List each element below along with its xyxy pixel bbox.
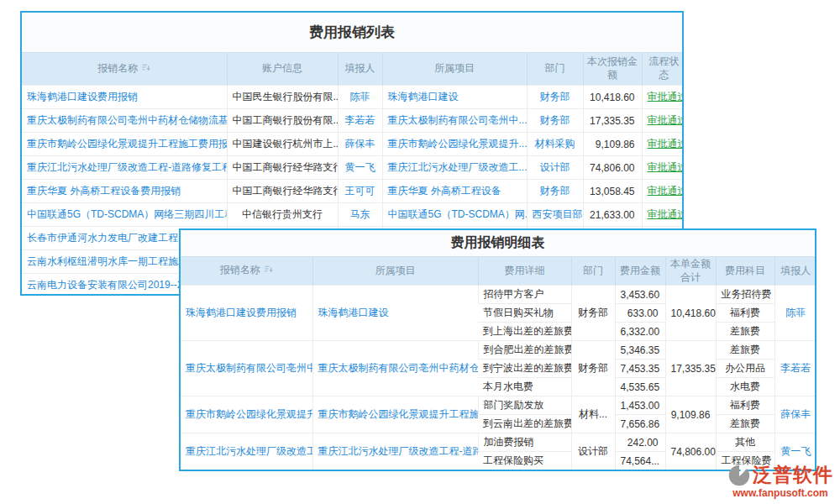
expense-name-cell[interactable]: 中国联通5G（TD-SCDMA）网络三期四川工程费... — [22, 203, 227, 227]
col-header-label: 报销名称 — [97, 62, 138, 74]
expense-detail-cell: 加油费报销 — [478, 433, 571, 452]
col-header-label: 部门 — [583, 265, 603, 276]
filler-cell[interactable]: 陈菲 — [774, 286, 816, 341]
status-cell[interactable]: 审批通过 — [642, 133, 684, 156]
filler-cell[interactable]: 薛保丰 — [338, 133, 382, 156]
col-header-department: 部门 — [571, 257, 615, 286]
department-cell[interactable]: 财务部 — [527, 109, 583, 133]
expense-name-cell[interactable]: 重庆市鹅岭公园绿化景观提升工程施工费用报销 — [22, 133, 227, 156]
project-cell[interactable]: 珠海鹤港口建设 — [312, 286, 478, 341]
account-info-cell: 中信银行贵州支行 — [227, 203, 338, 227]
expense-detail-cell: 本月水电费 — [478, 378, 571, 396]
col-header-project: 所属项目 — [382, 53, 527, 86]
expense-amount-cell: 6,332.00 — [615, 323, 665, 341]
amount-cell: 74,806.00 — [583, 156, 642, 180]
project-cell[interactable]: 重庆江北污水处理厂级改造工... — [382, 156, 527, 180]
col-header-label: 部门 — [545, 62, 565, 74]
status-cell[interactable]: 审批通过 — [642, 203, 684, 227]
amount-cell: 13,058.45 — [583, 180, 642, 203]
project-cell[interactable]: 重庆华夏 外高桥工程设备 — [382, 180, 527, 203]
expense-detail-cell: 部门奖励发放 — [478, 396, 571, 415]
filler-cell[interactable]: 薛保丰 — [774, 396, 816, 433]
table-row: 珠海鹤港口建设费用报销中国民生银行股份有限...陈菲珠海鹤港口建设财务部10,4… — [22, 86, 684, 109]
expense-detail-cell: 节假日购买礼物 — [478, 304, 571, 323]
filler-cell[interactable]: 李若若 — [774, 341, 816, 396]
department-cell[interactable]: 材料采购 — [527, 133, 583, 156]
col-header-expense-detail: 费用详细 — [478, 257, 571, 286]
expense-name-cell[interactable]: 重庆太极制药有限公司亳州中药材仓储物流基地项... — [22, 109, 227, 133]
table-row: 珠海鹤港口建设费用报销珠海鹤港口建设招待甲方客户财务部3,453.6010,41… — [181, 286, 816, 304]
expense-list-title: 费用报销列表 — [22, 13, 682, 52]
department-cell[interactable]: 财务部 — [527, 180, 583, 203]
table-row: 重庆太极制药有限公司亳州中药材仓储物流基地项...中国工商银行股份有限...李若… — [22, 109, 684, 133]
department-cell: 材料... — [571, 396, 615, 433]
sort-icon[interactable] — [264, 265, 273, 278]
expense-detail-cell: 到宁波出差的差旅费 — [478, 360, 571, 378]
sort-icon[interactable] — [141, 63, 150, 76]
expense-amount-cell: 242.00 — [615, 433, 665, 452]
expense-amount-cell: 3,453.60 — [615, 286, 665, 304]
account-info-cell: 中国工商银行经华路支行 — [227, 180, 338, 203]
col-header-label: 费用详细 — [505, 265, 545, 276]
filler-cell[interactable]: 马东 — [338, 203, 382, 227]
page: 费用报销列表 报销名称账户信息填报人所属项目部门本次报销金额流程状态珠海鹤港口建… — [0, 0, 840, 504]
expense-detail-title: 费用报销明细表 — [181, 230, 815, 256]
status-cell[interactable]: 审批通过 — [642, 86, 684, 109]
project-cell[interactable]: 珠海鹤港口建设 — [382, 86, 527, 109]
expense-name-cell[interactable]: 重庆华夏 外高桥工程设备费用报销 — [22, 180, 227, 203]
project-cell[interactable]: 重庆市鹅岭公园绿化景观提升工程施工 — [312, 396, 478, 433]
department-cell: 财务部 — [571, 286, 615, 341]
amount-cell: 17,335.35 — [583, 109, 642, 133]
expense-amount-cell: 1,453.00 — [615, 396, 665, 415]
expense-subject-cell: 其他 — [716, 433, 774, 452]
expense-subject-cell: 业务招待费 — [716, 286, 774, 304]
total-amount-cell: 10,418.60 — [665, 286, 716, 341]
total-amount-cell: 17,335.35 — [665, 341, 716, 396]
filler-cell[interactable]: 陈菲 — [338, 86, 382, 109]
expense-name-cell[interactable]: 重庆太极制药有限公司亳州中药材 — [181, 341, 312, 396]
expense-name-cell[interactable]: 重庆江北污水处理厂级改造工程-道路修复工程费用... — [22, 156, 227, 180]
account-info-cell: 中国工商银行股份有限... — [227, 109, 338, 133]
department-cell[interactable]: 西安项目部 — [527, 203, 583, 227]
col-header-filler: 填报人 — [338, 53, 382, 86]
status-cell[interactable]: 审批通过 — [642, 156, 684, 180]
expense-name-cell[interactable]: 重庆市鹅岭公园绿化景观提升工程 — [181, 396, 312, 433]
expense-detail-cell: 到云南出差的差旅费 — [478, 415, 571, 433]
expense-detail-cell: 到合肥出差的差旅费 — [478, 341, 571, 360]
col-header-label: 费用金额 — [620, 265, 660, 276]
col-header-expense-name[interactable]: 报销名称 — [181, 257, 312, 286]
expense-subject-cell: 差旅费 — [716, 415, 774, 433]
expense-amount-cell: 5,346.35 — [615, 341, 665, 360]
project-cell[interactable]: 重庆市鹅岭公园绿化景观提升... — [382, 133, 527, 156]
account-info-cell: 中国建设银行杭州市上... — [227, 133, 338, 156]
department-cell[interactable]: 财务部 — [527, 86, 583, 109]
status-cell[interactable]: 审批通过 — [642, 109, 684, 133]
project-cell[interactable]: 重庆江北污水处理厂级改造工程-道路修复工程 — [312, 433, 478, 470]
expense-subject-cell: 福利费 — [716, 396, 774, 415]
project-cell[interactable]: 中国联通5G（TD-SCDMA）网... — [382, 203, 527, 227]
project-cell[interactable]: 重庆太极制药有限公司亳州中... — [382, 109, 527, 133]
expense-subject-cell: 水电费 — [716, 378, 774, 396]
filler-cell[interactable]: 黄一飞 — [338, 156, 382, 180]
department-cell[interactable]: 设计部 — [527, 156, 583, 180]
project-cell[interactable]: 重庆太极制药有限公司亳州中药材仓储物流 — [312, 341, 478, 396]
expense-detail-table: 报销名称所属项目费用详细部门费用金额本单金额合计费用科目填报人珠海鹤港口建设费用… — [181, 256, 816, 470]
table-row: 重庆华夏 外高桥工程设备费用报销中国工商银行经华路支行王可可重庆华夏 外高桥工程… — [22, 180, 684, 203]
fanpu-brand-text: 泛普软件 — [753, 465, 833, 486]
department-cell: 设计部 — [571, 433, 615, 470]
col-header-label: 填报人 — [345, 62, 375, 74]
filler-cell[interactable]: 王可可 — [338, 180, 382, 203]
status-cell[interactable]: 审批通过 — [642, 180, 684, 203]
filler-cell[interactable]: 李若若 — [338, 109, 382, 133]
table-row: 重庆江北污水处理厂级改造工程-重庆江北污水处理厂级改造工程-道路修复工程加油费报… — [181, 433, 816, 452]
table-row: 重庆江北污水处理厂级改造工程-道路修复工程费用...中国工商银行经华路支行黄一飞… — [22, 156, 684, 180]
expense-name-cell[interactable]: 珠海鹤港口建设费用报销 — [22, 86, 227, 109]
expense-name-cell[interactable]: 重庆江北污水处理厂级改造工程- — [181, 433, 312, 470]
expense-subject-cell: 差旅费 — [716, 341, 774, 360]
col-header-expense-amount: 费用金额 — [615, 257, 665, 286]
table-row: 重庆市鹅岭公园绿化景观提升工程施工费用报销中国建设银行杭州市上...薛保丰重庆市… — [22, 133, 684, 156]
col-header-amount: 本次报销金额 — [583, 53, 642, 86]
expense-detail-cell: 到上海出差的差旅费 — [478, 323, 571, 341]
expense-name-cell[interactable]: 珠海鹤港口建设费用报销 — [181, 286, 312, 341]
col-header-expense-name[interactable]: 报销名称 — [22, 53, 227, 86]
